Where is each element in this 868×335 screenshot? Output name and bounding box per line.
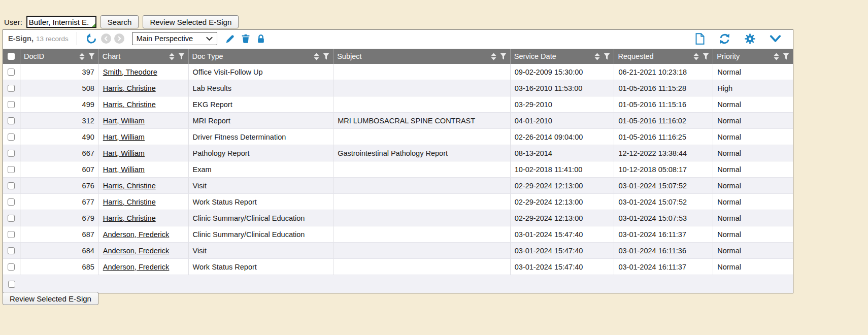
review-selected-esign-button-bottom[interactable]: Review Selected E-Sign bbox=[3, 292, 98, 305]
row-checkbox[interactable] bbox=[8, 263, 15, 271]
row-checkbox[interactable] bbox=[8, 133, 15, 141]
cell-service-date: 03-01-2024 15:47:40 bbox=[511, 259, 615, 275]
cell-requested: 01-05-2016 11:15:16 bbox=[614, 96, 713, 112]
cell-requested: 03-01-2024 16:11:36 bbox=[614, 243, 713, 258]
settings-gear-icon[interactable] bbox=[744, 33, 756, 45]
cell-doc-id: 685 bbox=[20, 259, 99, 275]
chart-link[interactable]: Harris, Christine bbox=[103, 182, 156, 190]
row-checkbox[interactable] bbox=[8, 101, 15, 108]
user-input[interactable] bbox=[26, 16, 96, 28]
chart-link[interactable]: Harris, Christine bbox=[103, 100, 156, 109]
sort-icon[interactable] bbox=[774, 53, 779, 60]
collapse-chevron-down-icon[interactable] bbox=[770, 35, 781, 43]
column-header-requested[interactable]: Requested bbox=[614, 49, 713, 64]
user-input-wrap bbox=[26, 16, 96, 28]
chart-link[interactable]: Hart, William bbox=[103, 133, 145, 141]
cell-doc-id: 607 bbox=[20, 161, 99, 177]
row-checkbox[interactable] bbox=[8, 247, 15, 254]
column-header-subject[interactable]: Subject bbox=[333, 49, 511, 64]
cell-requested: 03-01-2024 16:11:37 bbox=[614, 259, 713, 275]
filter-icon[interactable] bbox=[604, 53, 610, 60]
sort-icon[interactable] bbox=[314, 53, 319, 60]
column-header-service-date[interactable]: Service Date bbox=[511, 49, 615, 64]
new-document-icon[interactable] bbox=[695, 33, 705, 45]
filter-icon[interactable] bbox=[783, 53, 789, 60]
chart-link[interactable]: Smith, Theodore bbox=[103, 68, 157, 76]
row-checkbox[interactable] bbox=[8, 117, 15, 124]
refresh-icon[interactable] bbox=[719, 33, 730, 45]
sort-icon[interactable] bbox=[169, 53, 175, 60]
table-row: 679Harris, ChristineClinic Summary/Clini… bbox=[3, 210, 793, 226]
sort-icon[interactable] bbox=[693, 53, 699, 60]
row-checkbox[interactable] bbox=[8, 166, 15, 173]
cell-priority: Normal bbox=[713, 161, 793, 177]
row-checkbox[interactable] bbox=[8, 182, 15, 189]
filter-icon[interactable] bbox=[703, 53, 709, 60]
column-header-chart[interactable]: Chart bbox=[99, 49, 189, 64]
perspective-select[interactable]: Main Perspective bbox=[132, 32, 217, 45]
cell-requested: 12-12-2022 13:38:44 bbox=[614, 145, 713, 161]
chart-link[interactable]: Hart, William bbox=[103, 149, 145, 157]
cell-chart: Smith, Theodore bbox=[99, 64, 189, 80]
cell-requested: 06-21-2021 10:23:18 bbox=[614, 64, 713, 80]
column-header-docid[interactable]: DocID bbox=[20, 49, 99, 64]
table-row: 685Anderson, FrederickWork Status Report… bbox=[3, 259, 793, 275]
cell-chart: Hart, William bbox=[99, 145, 189, 161]
filter-icon[interactable] bbox=[178, 53, 185, 60]
cell-subject bbox=[333, 96, 511, 112]
chart-link[interactable]: Harris, Christine bbox=[103, 214, 156, 222]
select-all-checkbox[interactable] bbox=[8, 53, 15, 60]
sort-icon[interactable] bbox=[594, 53, 600, 60]
cell-doc-type: Pathology Report bbox=[189, 145, 334, 161]
filter-icon[interactable] bbox=[323, 53, 329, 60]
delete-trash-icon[interactable] bbox=[241, 34, 251, 44]
sort-icon[interactable] bbox=[491, 53, 496, 60]
next-page-icon[interactable] bbox=[114, 34, 124, 44]
row-checkbox[interactable] bbox=[8, 150, 15, 157]
cell-priority: Normal bbox=[713, 129, 793, 145]
sort-icon[interactable] bbox=[79, 53, 85, 60]
toolbar-divider bbox=[77, 32, 77, 45]
column-label: Subject bbox=[337, 52, 361, 60]
cell-subject bbox=[333, 178, 511, 193]
chart-link[interactable]: Anderson, Frederick bbox=[103, 263, 170, 271]
chart-link[interactable]: Anderson, Frederick bbox=[103, 247, 170, 255]
column-header-doc-type[interactable]: Doc Type bbox=[189, 49, 334, 64]
cell-doc-id: 679 bbox=[20, 210, 99, 226]
cell-chart: Anderson, Frederick bbox=[99, 243, 189, 258]
lock-icon[interactable] bbox=[256, 34, 266, 44]
cell-chart: Harris, Christine bbox=[99, 96, 189, 112]
previous-page-icon[interactable] bbox=[101, 34, 111, 44]
cell-subject bbox=[333, 129, 511, 145]
undo-icon[interactable] bbox=[86, 33, 97, 44]
row-checkbox[interactable] bbox=[8, 215, 15, 222]
row-checkbox[interactable] bbox=[8, 231, 15, 238]
cell-chart: Hart, William bbox=[99, 161, 189, 177]
row-checkbox[interactable] bbox=[8, 69, 15, 76]
chart-link[interactable]: Anderson, Frederick bbox=[103, 230, 170, 239]
chart-link[interactable]: Hart, William bbox=[103, 165, 145, 174]
footer-select-checkbox[interactable] bbox=[8, 281, 15, 288]
filter-icon[interactable] bbox=[500, 53, 507, 60]
cell-subject bbox=[333, 161, 511, 177]
row-checkbox[interactable] bbox=[8, 198, 15, 206]
column-label: Requested bbox=[618, 52, 653, 60]
cell-doc-type: Work Status Report bbox=[189, 194, 334, 210]
search-button[interactable]: Search bbox=[101, 15, 139, 28]
chart-link[interactable]: Harris, Christine bbox=[103, 84, 156, 92]
row-checkbox[interactable] bbox=[8, 85, 15, 92]
filter-icon[interactable] bbox=[88, 53, 95, 60]
cell-requested: 03-01-2024 15:07:52 bbox=[614, 178, 713, 193]
chart-link[interactable]: Harris, Christine bbox=[103, 198, 156, 206]
cell-priority: Normal bbox=[713, 96, 793, 112]
review-selected-esign-button-top[interactable]: Review Selected E-Sign bbox=[143, 15, 239, 28]
edit-pencil-icon[interactable] bbox=[225, 34, 236, 44]
column-header-priority[interactable]: Priority bbox=[713, 49, 793, 64]
cell-chart: Anderson, Frederick bbox=[99, 259, 189, 275]
chart-link[interactable]: Hart, William bbox=[103, 117, 145, 125]
cell-service-date: 10-02-2018 11:41:00 bbox=[511, 161, 615, 177]
cell-doc-id: 508 bbox=[20, 80, 99, 96]
cell-service-date: 08-13-2014 bbox=[511, 145, 615, 161]
resize-grip-icon[interactable] bbox=[92, 23, 95, 27]
cell-priority: High bbox=[713, 80, 793, 96]
